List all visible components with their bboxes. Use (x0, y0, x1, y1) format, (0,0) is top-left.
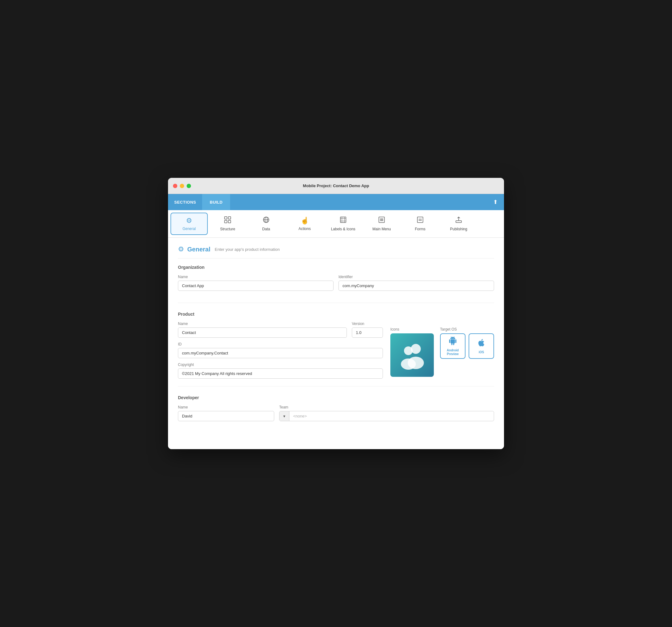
organization-section-title: Organization (178, 265, 494, 270)
build-tab[interactable]: BUILD (202, 194, 230, 210)
ios-label: iOS (479, 350, 484, 354)
svg-rect-16 (417, 217, 423, 223)
product-section: Product Name Version (178, 311, 494, 386)
product-copyright-label: Copyright (178, 362, 383, 367)
svg-point-23 (404, 346, 413, 355)
nav-bar: SECTIONS BUILD ⬆ (168, 194, 504, 210)
organization-section: Organization Name Identifier (178, 265, 494, 303)
organization-identifier-input[interactable] (338, 281, 494, 291)
product-icons-group: Icons (390, 327, 434, 377)
android-icon (449, 336, 457, 347)
sections-label: SECTIONS (168, 200, 202, 204)
developer-team-label: Team (279, 405, 494, 409)
developer-section: Developer Name Team ▼ <none> (178, 395, 494, 433)
app-icon-preview[interactable] (390, 333, 434, 377)
product-section-title: Product (178, 311, 494, 317)
team-dropdown-arrow[interactable]: ▼ (280, 411, 289, 421)
tab-general-label: General (183, 227, 196, 231)
toolbar: ⚙ General Structure D (168, 210, 504, 238)
main-menu-icon (378, 216, 385, 225)
product-copyright-input[interactable] (178, 369, 383, 379)
section-header: ⚙ General Enter your app's product infor… (178, 245, 494, 258)
product-target-os-label: Target OS (440, 327, 494, 331)
organization-identifier-label: Identifier (338, 275, 494, 279)
android-label: AndroidPreview (447, 349, 459, 356)
general-icon: ⚙ (186, 217, 192, 225)
organization-name-group: Name (178, 275, 334, 291)
product-icons-label: Icons (390, 327, 434, 331)
developer-row: Name Team ▼ <none> (178, 405, 494, 421)
main-window: Mobile Project: Contact Demo App SECTION… (168, 178, 504, 449)
product-id-label: ID (178, 342, 383, 346)
minimize-button[interactable] (180, 184, 184, 188)
tab-structure-label: Structure (220, 227, 235, 231)
ios-os-button[interactable]: iOS (469, 333, 494, 359)
section-header-title: General (187, 246, 210, 253)
data-icon (263, 216, 269, 225)
tab-structure[interactable]: Structure (209, 212, 246, 235)
titlebar: Mobile Project: Contact Demo App (168, 178, 504, 194)
nav-upload-button[interactable]: ⬆ (487, 199, 504, 205)
svg-rect-2 (224, 220, 227, 223)
product-name-input[interactable] (178, 327, 347, 338)
team-value: <none> (289, 411, 494, 421)
svg-rect-7 (340, 217, 346, 223)
tab-main-menu[interactable]: Main Menu (363, 212, 400, 235)
tab-labels-icons[interactable]: Labels & Icons (325, 212, 362, 235)
section-header-icon: ⚙ (178, 245, 184, 253)
developer-section-title: Developer (178, 395, 494, 400)
traffic-lights (173, 184, 191, 188)
developer-name-label: Name (178, 405, 274, 409)
svg-rect-0 (224, 217, 227, 219)
organization-name-input[interactable] (178, 281, 334, 291)
tab-general[interactable]: ⚙ General (170, 212, 208, 235)
window-title: Mobile Project: Contact Demo App (303, 183, 369, 188)
tab-labels-icons-label: Labels & Icons (331, 227, 356, 231)
svg-rect-1 (228, 217, 231, 219)
organization-name-label: Name (178, 275, 334, 279)
tab-forms-label: Forms (415, 227, 426, 231)
close-button[interactable] (173, 184, 177, 188)
developer-team-group: Team ▼ <none> (279, 405, 494, 421)
developer-name-group: Name (178, 405, 274, 421)
product-version-input[interactable] (352, 327, 383, 338)
developer-name-input[interactable] (178, 411, 274, 421)
tab-data[interactable]: Data (247, 212, 285, 235)
organization-identifier-group: Identifier (338, 275, 494, 291)
structure-icon (224, 216, 231, 225)
svg-rect-19 (456, 221, 461, 223)
tab-main-menu-label: Main Menu (372, 227, 391, 231)
organization-name-row: Name Identifier (178, 275, 494, 291)
tab-publishing-label: Publishing (450, 227, 467, 231)
actions-icon: ☝ (301, 217, 309, 225)
labels-icons-icon (340, 216, 346, 225)
tab-data-label: Data (262, 227, 270, 231)
product-name-label: Name (178, 322, 347, 326)
apple-icon (477, 338, 486, 349)
main-content: ⚙ General Enter your app's product infor… (168, 238, 504, 449)
forms-icon (417, 216, 424, 225)
product-name-group: Name (178, 322, 347, 338)
svg-point-24 (401, 358, 416, 370)
product-id-input[interactable] (178, 348, 383, 358)
product-copyright-group: Copyright (178, 362, 383, 379)
publishing-icon (455, 216, 462, 225)
target-os-buttons: AndroidPreview iOS (440, 333, 494, 359)
tab-publishing[interactable]: Publishing (440, 212, 477, 235)
tab-actions[interactable]: ☝ Actions (286, 212, 323, 235)
team-select[interactable]: ▼ <none> (279, 411, 494, 421)
svg-rect-3 (228, 220, 231, 223)
android-os-button[interactable]: AndroidPreview (440, 333, 465, 359)
product-version-group: Version (352, 322, 383, 338)
product-id-group: ID (178, 342, 383, 358)
tab-actions-label: Actions (298, 227, 311, 231)
section-header-description: Enter your app's product information (215, 247, 280, 252)
maximize-button[interactable] (187, 184, 191, 188)
product-version-label: Version (352, 322, 383, 326)
product-target-os-group: Target OS AndroidPreview (440, 327, 494, 359)
tab-forms[interactable]: Forms (402, 212, 439, 235)
